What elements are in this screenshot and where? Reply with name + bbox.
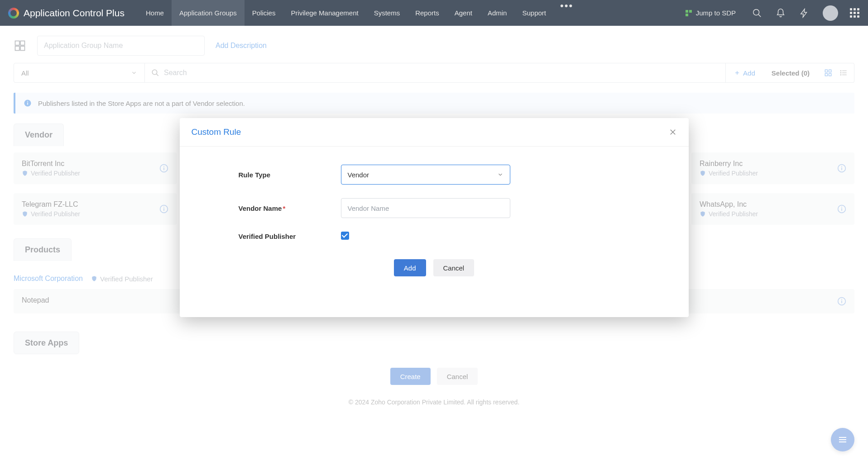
modal-cancel-button[interactable]: Cancel xyxy=(433,259,475,276)
svg-rect-1 xyxy=(689,10,692,13)
rule-type-select[interactable]: Vendor xyxy=(341,165,510,185)
sdp-icon xyxy=(685,9,692,17)
nav-more-icon[interactable]: ••• xyxy=(554,0,580,26)
custom-rule-modal: Custom Rule Rule Type Vendor Vendor Name… xyxy=(180,118,689,317)
nav-admin[interactable]: Admin xyxy=(480,0,515,26)
rule-type-value: Vendor xyxy=(348,171,369,179)
close-icon[interactable] xyxy=(669,128,677,136)
avatar[interactable] xyxy=(823,5,838,21)
svg-rect-0 xyxy=(686,10,688,13)
search-icon[interactable] xyxy=(752,8,762,18)
app-logo-icon xyxy=(8,8,19,19)
verified-publisher-checkbox[interactable] xyxy=(341,232,349,240)
main-nav: Home Application Groups Policies Privile… xyxy=(138,0,580,26)
svg-point-3 xyxy=(753,9,759,15)
nav-application-groups[interactable]: Application Groups xyxy=(172,0,245,26)
jump-to-sdp-label: Jump to SDP xyxy=(696,9,736,17)
modal-title: Custom Rule xyxy=(192,127,241,137)
svg-rect-2 xyxy=(686,14,688,16)
nav-home[interactable]: Home xyxy=(138,0,172,26)
workspace: Add Description All Add Selected (0) Pub… xyxy=(0,26,868,465)
rule-type-row: Rule Type Vendor xyxy=(239,165,630,185)
modal-overlay: Custom Rule Rule Type Vendor Vendor Name… xyxy=(0,26,868,465)
bell-icon[interactable] xyxy=(776,8,786,18)
topbar: Application Control Plus Home Applicatio… xyxy=(0,0,868,26)
nav-policies[interactable]: Policies xyxy=(245,0,283,26)
modal-add-button[interactable]: Add xyxy=(394,259,426,276)
verified-publisher-label: Verified Publisher xyxy=(239,232,341,240)
nav-agent[interactable]: Agent xyxy=(447,0,480,26)
nav-privilege-management[interactable]: Privilege Management xyxy=(283,0,366,26)
chevron-down-icon xyxy=(497,171,504,178)
vendor-name-label: Vendor Name* xyxy=(239,204,341,212)
modal-footer: Add Cancel xyxy=(239,259,630,304)
vendor-name-row: Vendor Name* xyxy=(239,198,630,218)
modal-body: Rule Type Vendor Vendor Name* Ve xyxy=(180,147,689,317)
svg-line-4 xyxy=(758,14,761,17)
vendor-name-input[interactable] xyxy=(341,198,510,218)
jump-to-sdp-link[interactable]: Jump to SDP xyxy=(685,9,736,17)
bolt-icon[interactable] xyxy=(799,8,809,18)
app-title: Application Control Plus xyxy=(24,8,125,19)
rule-type-label: Rule Type xyxy=(239,171,341,179)
logo-block: Application Control Plus xyxy=(8,8,125,19)
nav-reports[interactable]: Reports xyxy=(408,0,447,26)
verified-publisher-row: Verified Publisher xyxy=(239,232,630,241)
nav-support[interactable]: Support xyxy=(514,0,554,26)
nav-systems[interactable]: Systems xyxy=(366,0,408,26)
apps-grid-icon[interactable] xyxy=(850,8,860,18)
modal-header: Custom Rule xyxy=(180,118,689,147)
